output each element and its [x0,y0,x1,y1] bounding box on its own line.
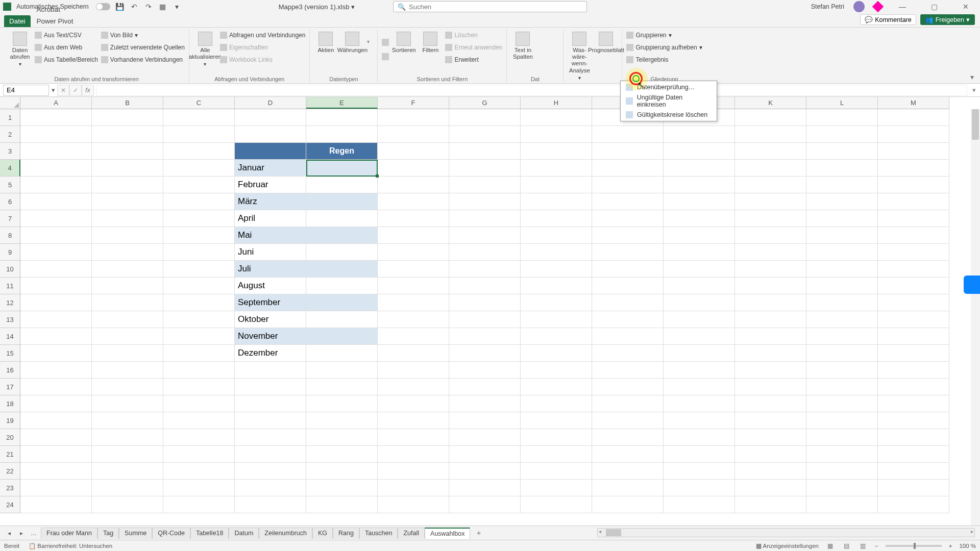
cell-J15[interactable] [664,345,735,362]
cell-E8[interactable] [306,227,378,244]
cell-C9[interactable] [163,244,235,261]
cell-G12[interactable] [449,294,521,311]
cell-I22[interactable] [592,463,664,480]
vorhandene-button[interactable]: Vorhandene Verbindungen [101,54,185,65]
cell-L12[interactable] [806,294,878,311]
row-header[interactable]: 16 [0,362,20,379]
cell-H3[interactable] [521,143,592,160]
save-icon[interactable]: 💾 [115,2,125,11]
cell-G19[interactable] [449,412,521,429]
cell-M7[interactable] [878,210,949,227]
cell-B11[interactable] [92,278,163,294]
cell-F7[interactable] [378,210,449,227]
cell-B20[interactable] [92,429,163,446]
normal-view-icon[interactable]: ▦ [826,542,835,550]
add-sheet-button[interactable]: ＋ [472,527,485,539]
cell-G8[interactable] [449,227,521,244]
undo-icon[interactable]: ↶ [130,2,139,11]
cell-G24[interactable] [449,496,521,513]
cell-M22[interactable] [878,463,949,480]
cell-A15[interactable] [20,345,92,362]
cell-D12[interactable]: September [235,294,306,311]
sheet-tab-tag[interactable]: Tag [97,528,119,539]
cell-E6[interactable] [306,193,378,210]
cell-A7[interactable] [20,210,92,227]
diamond-icon[interactable] [872,1,884,13]
cell-C19[interactable] [163,412,235,429]
cell-K20[interactable] [735,429,806,446]
cell-B12[interactable] [92,294,163,311]
cell-G10[interactable] [449,261,521,278]
cell-K11[interactable] [735,278,806,294]
zoom-plus-icon[interactable]: + [949,543,952,549]
aus-text-button[interactable]: Aus Text/CSV [35,30,98,41]
cell-B24[interactable] [92,496,163,513]
cell-H18[interactable] [521,395,592,412]
cell-I9[interactable] [592,244,664,261]
cell-J4[interactable] [664,160,735,177]
cell-M13[interactable] [878,311,949,328]
cell-M18[interactable] [878,395,949,412]
cell-B21[interactable] [92,446,163,463]
cell-E7[interactable] [306,210,378,227]
cell-I11[interactable] [592,278,664,294]
cell-K24[interactable] [735,496,806,513]
row-header[interactable]: 17 [0,379,20,395]
cell-D5[interactable]: Februar [235,177,306,193]
cell-D2[interactable] [235,126,306,143]
cell-L14[interactable] [806,328,878,345]
cell-F1[interactable] [378,109,449,126]
row-header[interactable]: 12 [0,294,20,311]
row-header[interactable]: 5 [0,177,20,193]
cell-F18[interactable] [378,395,449,412]
cell-F9[interactable] [378,244,449,261]
cell-B2[interactable] [92,126,163,143]
ribbon-collapse-icon[interactable]: ▾ [968,73,976,81]
zoom-slider[interactable] [886,545,942,547]
flash-fill-icon[interactable] [537,33,547,42]
sheet-tab-summe[interactable]: Summe [119,528,152,539]
cell-L8[interactable] [806,227,878,244]
cell-C5[interactable] [163,177,235,193]
row-header[interactable]: 23 [0,480,20,496]
cell-J19[interactable] [664,412,735,429]
cell-H23[interactable] [521,480,592,496]
cell-A1[interactable] [20,109,92,126]
cell-I4[interactable] [592,160,664,177]
cell-H22[interactable] [521,463,592,480]
cell-M19[interactable] [878,412,949,429]
sheet-tab-qr-code[interactable]: QR-Code [152,528,190,539]
cell-G23[interactable] [449,480,521,496]
cell-B16[interactable] [92,362,163,379]
cell-L1[interactable] [806,109,878,126]
cell-L19[interactable] [806,412,878,429]
cell-A20[interactable] [20,429,92,446]
cell-K22[interactable] [735,463,806,480]
cell-D17[interactable] [235,379,306,395]
sheet-tab-zeilenumbruch[interactable]: Zeilenumbruch [259,528,312,539]
cell-C24[interactable] [163,496,235,513]
cell-D6[interactable]: März [235,193,306,210]
cell-E5[interactable] [306,177,378,193]
cell-J14[interactable] [664,328,735,345]
text-spalten-button[interactable]: Text in Spalten [511,30,534,64]
cell-B6[interactable] [92,193,163,210]
waehrungen-button[interactable]: Währungen [340,30,364,54]
cell-J9[interactable] [664,244,735,261]
zuletzt-button[interactable]: Zuletzt verwendete Quellen [101,42,185,53]
data-model-icon[interactable] [550,55,559,64]
cell-D1[interactable] [235,109,306,126]
cell-B7[interactable] [92,210,163,227]
cell-I15[interactable] [592,345,664,362]
cell-L13[interactable] [806,311,878,328]
row-header[interactable]: 7 [0,210,20,227]
cell-A10[interactable] [20,261,92,278]
cell-D24[interactable] [235,496,306,513]
cell-K8[interactable] [735,227,806,244]
cell-K18[interactable] [735,395,806,412]
cell-B13[interactable] [92,311,163,328]
cell-C1[interactable] [163,109,235,126]
cell-D15[interactable]: Dezember [235,345,306,362]
cell-B18[interactable] [92,395,163,412]
cell-H5[interactable] [521,177,592,193]
